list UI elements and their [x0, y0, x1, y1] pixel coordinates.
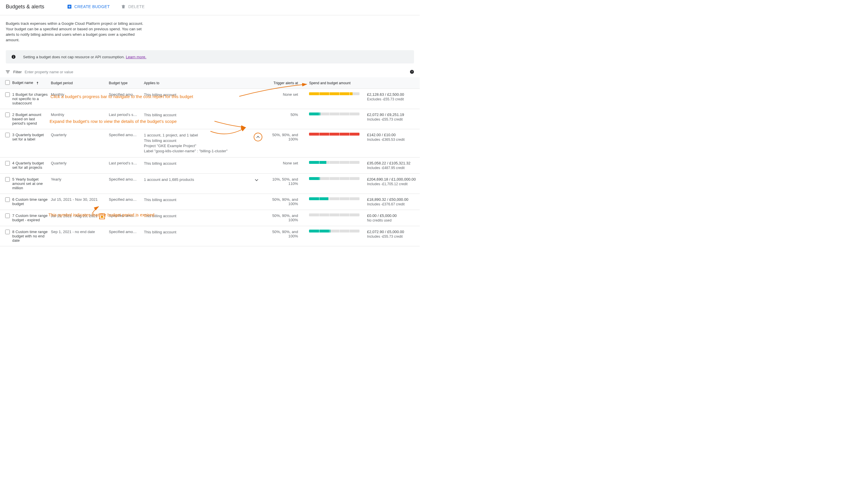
col-spend-header[interactable]: Spend and budget amount [309, 77, 420, 89]
budget-name[interactable]: 5 Yearly budget amount set at one millio… [12, 174, 51, 194]
svg-rect-2 [13, 56, 14, 58]
learn-more-link[interactable]: Learn more. [126, 55, 146, 59]
spend-amount: £142.00 / £10.00Includes -£365.53 credit [367, 129, 420, 157]
budget-name[interactable]: 1 Budget for charges not specific to a s… [12, 89, 51, 109]
notice-text: Setting a budget does not cap resource o… [23, 55, 126, 59]
table-row[interactable]: 7 Custom time range budget - expiredJul … [0, 210, 420, 226]
budget-name[interactable]: 2 Budget amount based on last period's s… [12, 109, 51, 129]
progress-bar[interactable] [309, 214, 359, 216]
expand-highlight [254, 133, 262, 141]
budget-period: Sep 1, 2021 - no end date [51, 226, 109, 246]
applies-to: 1 account, 1 project, and 1 labelThis bi… [144, 129, 253, 157]
help-icon[interactable]: ? [409, 69, 414, 74]
table-row[interactable]: 1 Budget for charges not specific to a s… [0, 89, 420, 109]
budget-type: Specified amo… [109, 129, 144, 157]
budget-name[interactable]: 4 Quarterly budget set for all projects [12, 157, 51, 174]
chevron-down-icon[interactable] [254, 177, 260, 183]
row-checkbox[interactable] [5, 197, 10, 202]
table-row[interactable]: 3 Quarterly budget set for a labelQuarte… [0, 129, 420, 157]
budget-period: Monthly [51, 109, 109, 129]
select-all-checkbox[interactable] [5, 80, 10, 85]
table-row[interactable]: 8 Custom time range budget with no end d… [0, 226, 420, 246]
budget-type: Specified amo… [109, 226, 144, 246]
trigger-alerts: 50%, 90%, and 100% [265, 226, 300, 246]
applies-to: This billing account [144, 157, 253, 174]
row-checkbox[interactable] [5, 177, 10, 182]
table-row[interactable]: 6 Custom time range budgetJul 15, 2021 -… [0, 194, 420, 210]
budget-period: Monthly [51, 89, 109, 109]
budget-type: Specified amo… [109, 210, 144, 226]
plus-icon [67, 4, 72, 9]
trigger-alerts: 10%, 50%, and 110% [265, 174, 300, 194]
progress-bar[interactable] [309, 113, 359, 115]
info-notice: Setting a budget does not cap resource o… [6, 50, 414, 64]
row-checkbox[interactable] [5, 133, 10, 137]
spend-amount: £0.00 / £5,000.00No credits used [367, 210, 420, 226]
trigger-alerts: None set [265, 157, 300, 174]
filter-input[interactable] [25, 70, 407, 74]
spend-amount: £204,690.18 / £1,000,000.00Includes -£1,… [367, 174, 420, 194]
budget-period: Quarterly [51, 129, 109, 157]
col-type-header[interactable]: Budget type [109, 77, 144, 89]
table-row[interactable]: 5 Yearly budget amount set at one millio… [0, 174, 420, 194]
budget-period: Jul 15, 2021 - Nov 30, 2021 [51, 194, 109, 210]
trigger-alerts: 50% [265, 109, 300, 129]
create-budget-button[interactable]: Create budget [65, 2, 112, 11]
budget-name[interactable]: 7 Custom time range budget - expired [12, 210, 51, 226]
progress-bar[interactable] [309, 197, 359, 200]
budget-period: Quarterly [51, 157, 109, 174]
applies-to: This billing account [144, 89, 253, 109]
budget-name[interactable]: 6 Custom time range budget [12, 194, 51, 210]
trigger-alerts: 50%, 90%, and 100% [265, 210, 300, 226]
row-checkbox[interactable] [5, 161, 10, 166]
col-period-header[interactable]: Budget period [51, 77, 109, 89]
chevron-up-icon[interactable] [255, 134, 261, 140]
spend-amount: £35,058.22 / £105,321.32Includes -£487.9… [367, 157, 420, 174]
spend-amount: £18,890.32 / £50,000.00Includes -£376.67… [367, 194, 420, 210]
spend-amount: £2,128.63 / £2,500.00Excludes -£55.73 cr… [367, 89, 420, 109]
filter-label: Filter [13, 70, 22, 74]
budget-name[interactable]: 8 Custom time range budget with no end d… [12, 226, 51, 246]
delete-button[interactable]: Delete [119, 2, 147, 11]
trigger-alerts: None set [265, 89, 300, 109]
budget-type: Specified amo… [109, 194, 144, 210]
progress-bar[interactable] [309, 133, 359, 136]
budget-period: Jul 15, 2021 - Aug 20, 2021 [51, 210, 109, 226]
applies-to: This billing account [144, 226, 253, 246]
progress-bar[interactable] [309, 92, 359, 95]
row-checkbox[interactable] [5, 229, 10, 234]
table-row[interactable]: 2 Budget amount based on last period's s… [0, 109, 420, 129]
row-checkbox[interactable] [5, 92, 10, 97]
applies-to: 1 account and 1,685 products [144, 174, 253, 194]
budget-type: Last period's s… [109, 109, 144, 129]
row-checkbox[interactable] [5, 113, 10, 117]
spend-amount: £2,072.90 / £9,251.19Includes -£55.73 cr… [367, 109, 420, 129]
table-row[interactable]: 4 Quarterly budget set for all projectsQ… [0, 157, 420, 174]
progress-bar[interactable] [309, 161, 359, 164]
col-trigger-header[interactable]: Trigger alerts at [265, 77, 300, 89]
page-title: Budgets & alerts [6, 4, 45, 10]
progress-bar[interactable] [309, 177, 359, 180]
spend-amount: £2,072.90 / £5,000.00Includes -£55.73 cr… [367, 226, 420, 246]
delete-label: Delete [128, 4, 145, 9]
progress-bar[interactable] [309, 229, 359, 233]
trash-icon [121, 4, 126, 9]
trigger-alerts: 50%, 90%, and 100% [265, 129, 300, 157]
applies-to: This billing account [144, 210, 253, 226]
sort-asc-icon [35, 81, 39, 85]
col-name-header[interactable]: Budget name [12, 77, 51, 89]
applies-to: This billing account [144, 109, 253, 129]
svg-rect-3 [13, 56, 14, 56]
create-budget-label: Create budget [74, 4, 110, 9]
budget-name[interactable]: 3 Quarterly budget set for a label [12, 129, 51, 157]
info-icon [11, 54, 16, 59]
budget-type: Specified amo… [109, 89, 144, 109]
trigger-alerts: 50%, 90%, and 100% [265, 194, 300, 210]
intro-text: Budgets track expenses within a Google C… [0, 15, 150, 45]
applies-to: This billing account [144, 194, 253, 210]
col-applies-header[interactable]: Applies to [144, 77, 265, 89]
budget-type: Specified amo… [109, 174, 144, 194]
budget-period: Yearly [51, 174, 109, 194]
expired-warning-icon [99, 214, 105, 219]
row-checkbox[interactable] [5, 214, 10, 218]
